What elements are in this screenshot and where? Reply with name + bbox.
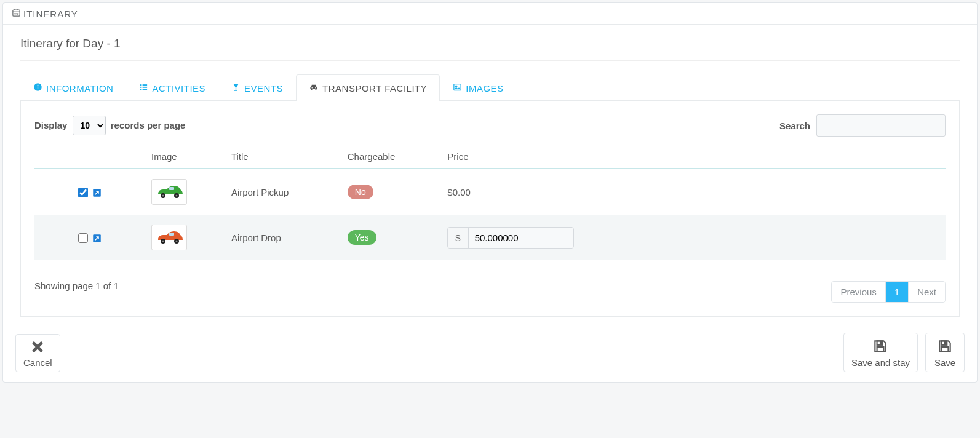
chargeable-badge: Yes: [348, 230, 376, 245]
price-input-group: $: [447, 227, 573, 249]
tab-panel-transport: Display 10 records per page Search Image: [20, 101, 960, 317]
button-label: Save and stay: [851, 357, 910, 368]
svg-point-31: [176, 241, 178, 242]
svg-rect-37: [942, 347, 949, 352]
svg-rect-34: [877, 347, 884, 352]
button-label: Cancel: [23, 357, 52, 368]
tab-images[interactable]: IMAGES: [440, 74, 516, 101]
svg-point-25: [176, 195, 178, 197]
expand-icon[interactable]: [92, 233, 102, 243]
search-control: Search: [779, 114, 946, 137]
col-spacer: [672, 145, 946, 169]
svg-point-29: [162, 241, 164, 242]
col-price[interactable]: Price: [441, 145, 672, 169]
transport-table: Image Title Chargeable Price: [34, 145, 946, 260]
action-bar: Cancel Save and stay Save: [3, 323, 977, 382]
tabs-nav: INFORMATION ACTIVITIES EVENTS TRANSPORT …: [20, 74, 960, 101]
tab-label: ACTIVITIES: [152, 83, 205, 94]
svg-rect-38: [945, 341, 946, 344]
row-checkbox[interactable]: [78, 233, 88, 243]
display-label-pre: Display: [34, 120, 67, 130]
save-button[interactable]: Save: [925, 333, 965, 372]
tab-information[interactable]: INFORMATION: [20, 74, 126, 101]
col-title[interactable]: Title: [225, 145, 341, 169]
display-control: Display 10 records per page: [34, 116, 185, 135]
display-label-post: records per page: [111, 120, 186, 130]
car-icon: [309, 82, 319, 94]
col-chargeable[interactable]: Chargeable: [341, 145, 442, 169]
svg-point-10: [38, 85, 39, 86]
showing-text: Showing page 1 of 1: [34, 281, 119, 291]
row-title: Airport Pickup: [225, 169, 341, 215]
info-icon: [33, 82, 42, 94]
page-subtitle: Itinerary for Day - 1: [20, 37, 960, 60]
row-thumbnail: [151, 179, 187, 205]
panel-title: ITINERARY: [23, 9, 78, 19]
price-input[interactable]: [469, 228, 573, 248]
table-controls: Display 10 records per page Search: [34, 114, 946, 137]
svg-point-20: [456, 86, 458, 87]
pagination-previous[interactable]: Previous: [832, 282, 885, 302]
pagination-page-1[interactable]: 1: [886, 282, 909, 302]
close-icon: [30, 340, 45, 356]
svg-rect-13: [140, 87, 142, 88]
tab-events[interactable]: EVENTS: [218, 74, 296, 101]
row-thumbnail: [151, 225, 187, 250]
table-row: Airport Drop Yes $: [34, 215, 946, 260]
chargeable-badge: No: [348, 185, 373, 199]
expand-icon[interactable]: [92, 188, 102, 197]
svg-rect-15: [140, 89, 142, 90]
glass-icon: [231, 82, 241, 94]
tab-label: EVENTS: [244, 83, 283, 94]
svg-rect-12: [143, 84, 148, 86]
svg-rect-26: [169, 187, 174, 190]
records-per-page-select[interactable]: 10: [73, 116, 106, 135]
col-image[interactable]: Image: [145, 145, 225, 169]
search-input[interactable]: [816, 114, 946, 137]
svg-rect-16: [143, 89, 148, 90]
tab-label: INFORMATION: [46, 83, 113, 94]
svg-rect-0: [13, 10, 20, 16]
svg-rect-32: [169, 233, 174, 236]
tab-activities[interactable]: ACTIVITIES: [126, 74, 218, 101]
svg-rect-9: [38, 86, 38, 89]
search-label: Search: [779, 121, 810, 131]
cancel-button[interactable]: Cancel: [15, 334, 60, 372]
tab-transport-facility[interactable]: TRANSPORT FACILITY: [296, 74, 440, 101]
button-label: Save: [934, 357, 955, 368]
currency-addon: $: [448, 228, 468, 248]
svg-point-18: [315, 87, 316, 89]
list-icon: [139, 82, 148, 94]
itinerary-panel: ITINERARY Itinerary for Day - 1 INFORMAT…: [2, 2, 978, 383]
table-footer: Showing page 1 of 1 Previous 1 Next: [34, 269, 946, 303]
svg-point-23: [162, 195, 164, 197]
row-checkbox[interactable]: [78, 188, 88, 197]
col-select: [34, 145, 145, 169]
calendar-icon: [12, 8, 23, 19]
divider: [20, 60, 960, 61]
save-and-stay-button[interactable]: Save and stay: [843, 333, 918, 372]
panel-heading: ITINERARY: [3, 3, 977, 25]
svg-point-17: [311, 87, 313, 89]
save-icon: [872, 338, 888, 356]
svg-rect-35: [880, 341, 882, 344]
save-icon: [937, 338, 953, 356]
tab-label: TRANSPORT FACILITY: [322, 83, 427, 94]
image-icon: [453, 82, 462, 94]
row-title: Airport Drop: [225, 215, 341, 260]
pagination-next[interactable]: Next: [909, 282, 945, 302]
tab-label: IMAGES: [466, 83, 503, 94]
svg-rect-14: [143, 87, 148, 88]
svg-rect-11: [140, 84, 142, 86]
table-row: Airport Pickup No $0.00: [34, 169, 946, 215]
panel-body: Itinerary for Day - 1 INFORMATION ACTIVI…: [3, 25, 977, 323]
pagination: Previous 1 Next: [831, 281, 946, 303]
table-body: Airport Pickup No $0.00: [34, 169, 946, 260]
row-price: $0.00: [441, 169, 672, 215]
